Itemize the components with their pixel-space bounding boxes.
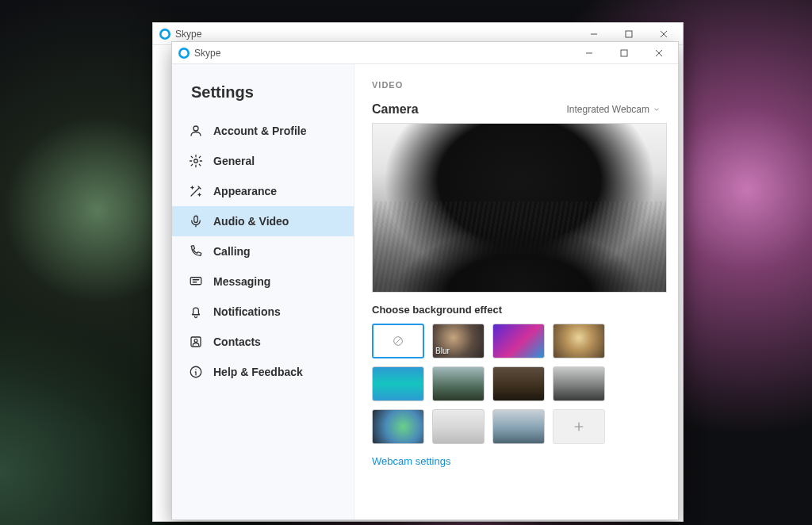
background-effect-none[interactable]	[372, 324, 424, 358]
settings-close-button[interactable]	[642, 42, 676, 64]
sidebar-item-audio-video[interactable]: Audio & Video	[172, 206, 354, 236]
sidebar-item-label: Contacts	[213, 335, 261, 348]
blur-label: Blur	[435, 347, 450, 355]
sidebar-item-label: General	[213, 155, 255, 167]
contacts-icon	[188, 335, 204, 349]
main-window-title: Skype	[175, 29, 201, 40]
skype-icon	[178, 48, 190, 59]
wand-icon	[188, 184, 204, 198]
sidebar-item-contacts[interactable]: Contacts	[172, 327, 354, 357]
settings-heading: Settings	[172, 79, 354, 116]
video-section-label: VIDEO	[372, 80, 661, 90]
svg-point-11	[194, 159, 198, 163]
camera-selector[interactable]: Integrated Webcam	[566, 104, 661, 115]
gear-icon	[188, 154, 204, 168]
sidebar-item-calling[interactable]: Calling	[172, 236, 354, 266]
sidebar-item-label: Notifications	[213, 305, 281, 318]
svg-point-5	[181, 49, 188, 56]
background-effect-blur[interactable]: Blur	[432, 324, 485, 358]
microphone-icon	[188, 214, 204, 228]
sidebar-item-label: Audio & Video	[213, 215, 289, 228]
background-effect-add[interactable]	[553, 409, 605, 444]
svg-point-10	[193, 126, 198, 131]
background-effect-option[interactable]	[432, 366, 485, 401]
settings-window: Skype Settings Account & Profile General…	[171, 41, 679, 520]
settings-sidebar: Settings Account & Profile General Appea…	[172, 64, 354, 519]
svg-rect-13	[190, 278, 201, 285]
person-icon	[188, 124, 204, 138]
phone-icon	[188, 244, 204, 259]
settings-window-title: Skype	[194, 48, 220, 59]
background-effect-option[interactable]	[492, 324, 545, 358]
sidebar-item-label: Account & Profile	[213, 125, 306, 137]
svg-rect-2	[626, 31, 632, 37]
sidebar-item-messaging[interactable]: Messaging	[172, 266, 354, 297]
background-effect-option[interactable]	[372, 409, 424, 444]
background-effect-option[interactable]	[492, 409, 545, 444]
settings-content: VIDEO Camera Integrated Webcam Choose ba…	[354, 64, 678, 519]
sidebar-item-account[interactable]: Account & Profile	[172, 116, 354, 146]
sidebar-item-label: Appearance	[213, 185, 277, 197]
info-icon	[188, 365, 204, 379]
skype-icon	[159, 29, 170, 40]
camera-selected-value: Integrated Webcam	[566, 104, 649, 115]
sidebar-item-appearance[interactable]: Appearance	[172, 176, 354, 206]
svg-rect-12	[194, 216, 198, 222]
background-effect-grid: Blur	[372, 324, 661, 444]
camera-preview	[372, 123, 667, 293]
sidebar-item-label: Messaging	[213, 275, 270, 288]
camera-heading: Camera	[372, 102, 419, 117]
webcam-settings-link[interactable]: Webcam settings	[372, 455, 661, 467]
background-effect-option[interactable]	[492, 366, 545, 401]
background-effect-option[interactable]	[432, 409, 485, 444]
sidebar-item-notifications[interactable]: Notifications	[172, 297, 354, 327]
svg-rect-7	[621, 50, 627, 56]
svg-line-18	[395, 338, 401, 344]
background-effect-label: Choose background effect	[372, 304, 661, 316]
background-effect-option[interactable]	[372, 366, 424, 401]
settings-minimize-button[interactable]	[572, 42, 607, 64]
svg-point-15	[194, 339, 197, 343]
sidebar-item-label: Calling	[213, 245, 251, 258]
chevron-down-icon	[653, 105, 661, 113]
svg-point-0	[162, 30, 169, 37]
message-icon	[188, 274, 204, 289]
bell-icon	[188, 305, 204, 319]
settings-titlebar: Skype	[172, 42, 678, 64]
background-effect-option[interactable]	[553, 324, 605, 358]
background-effect-option[interactable]	[553, 366, 605, 401]
settings-maximize-button[interactable]	[607, 42, 642, 64]
sidebar-item-label: Help & Feedback	[213, 366, 303, 378]
sidebar-item-help[interactable]: Help & Feedback	[172, 357, 354, 387]
sidebar-item-general[interactable]: General	[172, 146, 354, 176]
